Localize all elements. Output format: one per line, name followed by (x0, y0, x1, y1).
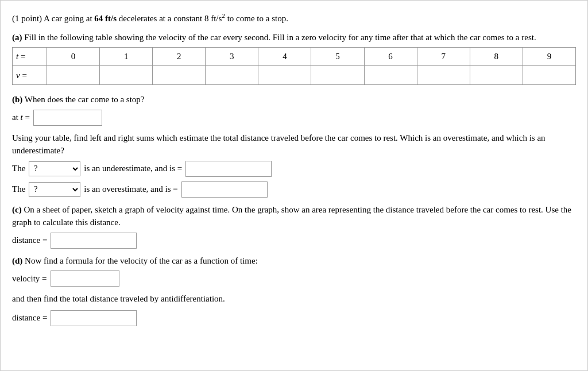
v-input-6[interactable] (368, 68, 413, 82)
problem-intro: (1 point) A car going at 64 ft/s deceler… (12, 11, 576, 25)
v-input-3[interactable] (209, 68, 254, 82)
v-input-7[interactable] (421, 68, 466, 82)
velocity-input[interactable] (51, 270, 119, 287)
col-4: 4 (258, 48, 311, 66)
v-cell-5[interactable] (311, 66, 364, 85)
v-cell-4[interactable] (258, 66, 311, 85)
part-c-bold: (c) (12, 205, 22, 214)
at-t-label: at t = (12, 113, 30, 122)
part-c: (c) On a sheet of paper, sketch a graph … (12, 203, 576, 249)
v-cell-2[interactable] (153, 66, 206, 85)
underestimate-row: The ? left sum right sum is an underesti… (12, 161, 576, 177)
part-c-description: (c) On a sheet of paper, sketch a graph … (12, 203, 576, 229)
v-cell-8[interactable] (470, 66, 523, 85)
part-b: (b) When does the car come to a stop? at… (12, 93, 576, 126)
v-cell-7[interactable] (417, 66, 470, 85)
antidiff-text: and then find the total distance travele… (12, 292, 576, 306)
part-a: (a) Fill in the following table showing … (12, 31, 576, 86)
overestimate-input[interactable] (181, 181, 268, 198)
part-d-bold: (d) (12, 256, 22, 265)
v-input-9[interactable] (527, 68, 572, 82)
col-3: 3 (206, 48, 258, 66)
under-middle-text: is an underestimate, and is = (84, 164, 182, 173)
col-1: 1 (100, 48, 153, 66)
sums-section: Using your table, find left and right su… (12, 132, 576, 198)
part-b-bold: (b) (12, 95, 22, 104)
t-label-header: t = (13, 48, 47, 66)
part-d-distance-row: distance = (12, 310, 576, 326)
over-the-label: The (12, 184, 25, 194)
v-input-0[interactable] (51, 68, 96, 82)
underestimate-dropdown[interactable]: ? left sum right sum (29, 161, 80, 176)
v-cell-6[interactable] (364, 66, 417, 85)
velocity-table: t = 0 1 2 3 4 5 6 7 8 9 v = (12, 47, 576, 85)
col-9: 9 (523, 48, 575, 66)
part-d: (d) Now find a formula for the velocity … (12, 254, 576, 326)
v-label-cell: v = (13, 66, 47, 85)
at-t-row: at t = (12, 110, 576, 126)
part-d-description: (d) Now find a formula for the velocity … (12, 254, 576, 268)
v-input-8[interactable] (474, 68, 519, 82)
main-page: (1 point) A car going at 64 ft/s deceler… (0, 0, 588, 371)
col-7: 7 (417, 48, 470, 66)
underestimate-input[interactable] (185, 161, 272, 177)
col-2: 2 (153, 48, 206, 66)
intro-text: (1 point) A car going at 64 ft/s deceler… (12, 11, 576, 25)
velocity-label: velocity = (12, 274, 47, 284)
part-d-distance-label: distance = (12, 313, 47, 323)
part-c-distance-input[interactable] (51, 233, 137, 249)
over-middle-text: is an overestimate, and is = (84, 184, 177, 194)
sums-intro-text: Using your table, find left and right su… (12, 132, 576, 157)
col-8: 8 (470, 48, 523, 66)
v-input-4[interactable] (262, 68, 307, 82)
v-cell-1[interactable] (100, 66, 153, 85)
col-0: 0 (47, 48, 100, 66)
part-a-bold: (a) (12, 33, 22, 42)
at-t-input[interactable] (33, 110, 102, 126)
part-b-description: (b) When does the car come to a stop? (12, 93, 576, 106)
v-input-2[interactable] (156, 68, 202, 82)
col-6: 6 (364, 48, 417, 66)
v-input-1[interactable] (103, 68, 149, 82)
v-cell-9[interactable] (523, 66, 575, 85)
v-cell-0[interactable] (47, 66, 100, 85)
overestimate-row: The ? left sum right sum is an overestim… (12, 181, 576, 198)
table-header-row: t = 0 1 2 3 4 5 6 7 8 9 (13, 48, 576, 66)
part-d-distance-input[interactable] (51, 310, 137, 326)
overestimate-dropdown[interactable]: ? left sum right sum (29, 182, 80, 197)
v-cell-3[interactable] (206, 66, 258, 85)
part-c-distance-label: distance = (12, 235, 47, 245)
part-a-label: (a) Fill in the following table showing … (12, 31, 576, 44)
under-the-label: The (12, 164, 25, 173)
velocity-row: velocity = (12, 270, 576, 287)
table-input-row: v = (13, 66, 576, 85)
col-5: 5 (311, 48, 364, 66)
part-c-distance-row: distance = (12, 233, 576, 249)
v-input-5[interactable] (315, 68, 360, 82)
